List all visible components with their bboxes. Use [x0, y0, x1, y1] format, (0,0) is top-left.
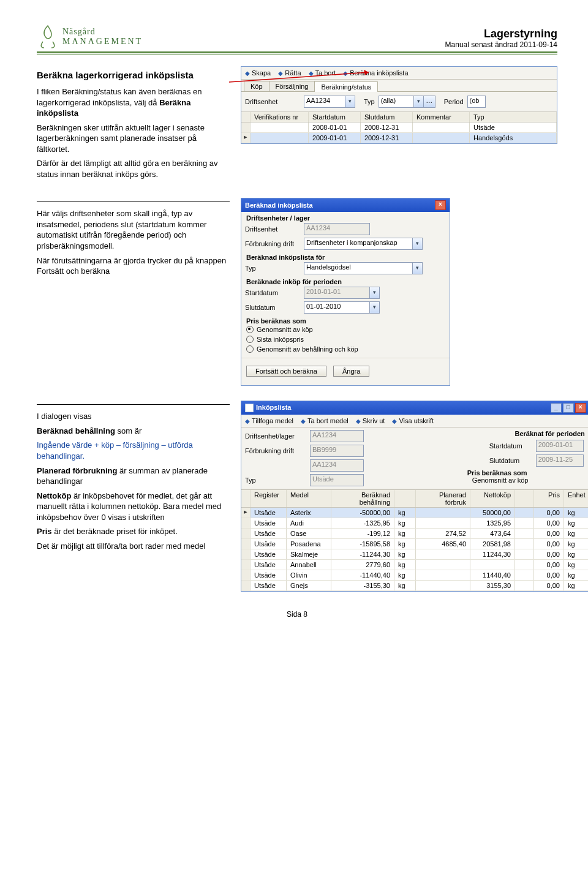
combo-driftsenhet[interactable]: AA1234▾ [304, 96, 355, 108]
dialog-title: Beräknad inköpslista [245, 202, 313, 209]
tb-tabort-medel[interactable]: ◆Ta bort medel [301, 417, 349, 424]
startdatum-field: 2010-01-01 [304, 287, 370, 299]
tb-tillfoga[interactable]: ◆Tillfoga medel [245, 417, 293, 424]
section2-para1: Här väljs driftsenheter som skall ingå, … [37, 208, 230, 251]
radio-genomsnitt-kop[interactable]: Genomsnitt av köp [241, 325, 450, 334]
brand-top: Näsgård [62, 27, 143, 37]
table-row[interactable]: 2008-01-01 2008-12-31 Utsäde [241, 122, 557, 133]
ellipsis-button[interactable]: … [424, 96, 435, 108]
label-period: Period [444, 98, 464, 105]
screenshot-main-window: ◆Skapa ◆Rätta ◆Ta bort ◆Beräkna inköpsli… [241, 66, 557, 144]
driftsenhet-field: AA1234 [304, 223, 370, 235]
svg-line-0 [229, 72, 369, 82]
dialog-beraknad-inkopslista: Beräknad inköpslista × Driftsenheter / l… [241, 198, 450, 386]
chevron-down-icon[interactable]: ▾ [413, 238, 423, 250]
fortsatt-button[interactable]: Fortsätt och beräkna [246, 366, 326, 377]
angra-button[interactable]: Ångra [333, 366, 369, 377]
table-row[interactable]: UtsädeSkalmeje-11244,30kg11244,300,00kg [241, 549, 588, 560]
section1-heading: Beräkna lagerkorrigerad inköpslista [37, 70, 230, 80]
table-row[interactable]: UtsädeAudi-1325,95kg1325,950,00kg [241, 518, 588, 529]
table-row[interactable]: UtsädeOlivin-11440,40kg11440,400,00kg [241, 570, 588, 581]
table-row[interactable]: UtsädeAnnabell2779,60kg0,00kg [241, 560, 588, 570]
radio-sista-inkopspris[interactable]: Sista inköpspris [241, 334, 450, 344]
tb-visa-utskrift[interactable]: ◆Visa utskrift [392, 417, 434, 424]
table-row[interactable]: ▸ 2009-01-01 2009-12-31 Handelsgöds [241, 133, 557, 143]
table-row[interactable]: UtsädePosadena-15895,58kg4685,4020581,98… [241, 539, 588, 549]
inkopslista-window: Inköpslista _ □ × ◆Tillfoga medel ◆Ta bo… [241, 401, 588, 592]
window-title: Inköpslista [245, 404, 291, 412]
label-typ: Typ [364, 98, 375, 105]
combo-typ[interactable]: (alla)▾… [379, 96, 435, 108]
chevron-down-icon[interactable]: ▾ [413, 262, 423, 274]
table-row[interactable]: UtsädeOase-199,12kg274,52473,640,00kg [241, 529, 588, 539]
slutdatum-field[interactable]: 01-01-2010▾ [304, 301, 380, 314]
doc-title: Lagerstyrning [445, 28, 557, 40]
forbrukning-combo[interactable]: Driftsenheter i kompanjonskap▾ [304, 238, 423, 250]
doc-subtitle: Manual senast ändrad 2011-09-14 [445, 40, 557, 49]
maximize-icon[interactable]: □ [563, 403, 574, 413]
section1-para2: Beräkningen sker utifrån aktuellt lager … [37, 122, 230, 155]
radio-genomsnitt-behallning[interactable]: Genomsnitt av behållning och köp [241, 344, 450, 354]
table-row[interactable]: ▸UtsädeAsterix-50000,00kg50000,000,00kg [241, 508, 588, 518]
brand-logo: Näsgård MANAGEMENT [37, 24, 143, 49]
tb-skrivut[interactable]: ◆Skriv ut [356, 417, 385, 424]
chevron-down-icon[interactable]: ▾ [370, 287, 380, 299]
svg-marker-1 [364, 70, 369, 75]
section1-para1: I fliken Beräkning/status kan även beräk… [37, 86, 230, 119]
table-row[interactable]: UtsädeGnejs-3155,30kg3155,300,00kg [241, 581, 588, 591]
close-icon[interactable]: × [435, 200, 446, 210]
label-driftsenhet: Driftsenhet [245, 98, 300, 105]
section2-para2: När förutsättningarna är gjorda trycker … [37, 255, 230, 277]
typ-combo[interactable]: Handelsgödsel▾ [304, 262, 423, 274]
chevron-down-icon[interactable]: ▾ [370, 301, 380, 314]
chevron-down-icon[interactable]: ▾ [414, 96, 424, 108]
minimize-icon[interactable]: _ [551, 403, 562, 413]
chevron-down-icon[interactable]: ▾ [345, 96, 355, 108]
close-icon[interactable]: × [575, 403, 586, 413]
status-grid: Verifikations nr Startdatum Slutdatum Ko… [241, 111, 557, 143]
inkopslista-grid: Register Medel Beräknad behållning Plane… [241, 489, 588, 591]
page-number: Sida 8 [37, 610, 557, 619]
section1-para3: Därför är det lämpligt att alltid göra e… [37, 158, 230, 179]
brand-bottom: MANAGEMENT [62, 37, 143, 47]
